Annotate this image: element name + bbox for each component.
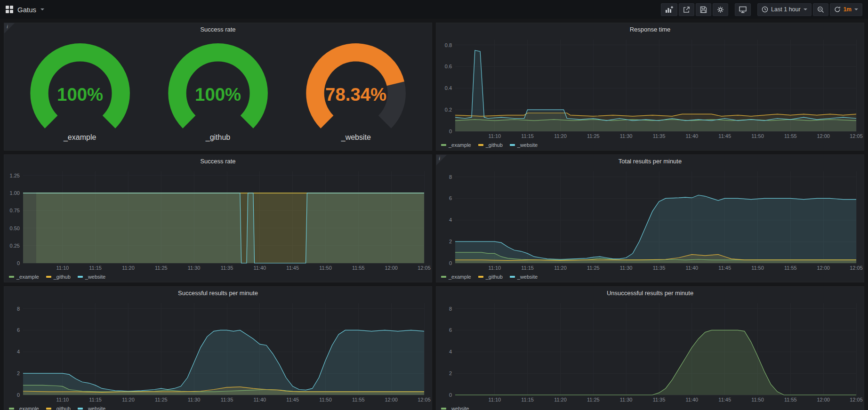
share-icon bbox=[683, 6, 690, 13]
legend-label: _website bbox=[85, 274, 105, 280]
chart-svg: 11:1011:1511:2011:2511:3011:3511:4011:45… bbox=[436, 35, 864, 141]
legend-swatch-icon bbox=[441, 408, 446, 410]
svg-text:11:50: 11:50 bbox=[751, 265, 764, 271]
legend-item[interactable]: _example bbox=[9, 274, 39, 280]
svg-text:100%: 100% bbox=[195, 84, 241, 104]
dashboard-title[interactable]: Gatus bbox=[17, 6, 36, 14]
legend-label: _github bbox=[54, 406, 71, 410]
panel-info-corner-icon[interactable] bbox=[436, 155, 447, 165]
svg-text:11:55: 11:55 bbox=[352, 265, 365, 271]
chart-success-rate[interactable]: 11:1011:1511:2011:2511:3011:3511:4011:45… bbox=[4, 167, 432, 273]
legend-label: _github bbox=[486, 142, 503, 148]
panel-title[interactable]: Unsuccessful results per minute bbox=[436, 287, 864, 299]
svg-text:0.4: 0.4 bbox=[445, 85, 452, 91]
gauge-arc: 78.34% bbox=[292, 40, 420, 133]
legend-item[interactable]: _website bbox=[510, 142, 538, 148]
panel-unsuccessful-results: Unsuccessful results per minute 11:1011:… bbox=[436, 286, 864, 410]
cycle-view-mode-button[interactable] bbox=[735, 3, 751, 16]
chart-unsuccessful-results[interactable]: 11:1011:1511:2011:2511:3011:3511:4011:45… bbox=[436, 299, 864, 404]
svg-text:11:35: 11:35 bbox=[653, 133, 666, 139]
legend-item[interactable]: _example bbox=[441, 274, 471, 280]
chart-total-results[interactable]: 11:1011:1511:2011:2511:3011:3511:4011:45… bbox=[436, 167, 864, 273]
svg-text:11:55: 11:55 bbox=[784, 133, 797, 139]
svg-text:11:35: 11:35 bbox=[653, 265, 666, 271]
svg-text:11:20: 11:20 bbox=[554, 397, 567, 402]
legend-label: _example bbox=[16, 406, 39, 410]
gauge-arc: 100% bbox=[16, 40, 144, 133]
refresh-picker[interactable]: 1m bbox=[830, 3, 862, 16]
gauge-row: 100% _example 100% _github 78.34% _websi… bbox=[4, 35, 432, 150]
add-panel-icon bbox=[665, 6, 673, 13]
svg-text:11:40: 11:40 bbox=[253, 397, 266, 402]
chevron-down-icon bbox=[804, 8, 807, 10]
chart-response-time[interactable]: 11:1011:1511:2011:2511:3011:3511:4011:45… bbox=[436, 35, 864, 141]
chevron-down-icon[interactable] bbox=[40, 8, 44, 10]
panel-title[interactable]: Response time bbox=[436, 23, 864, 35]
navbar-brand-group: Gatus bbox=[6, 6, 44, 14]
legend-item[interactable]: _github bbox=[46, 406, 71, 410]
svg-text:2: 2 bbox=[17, 370, 20, 376]
svg-text:11:45: 11:45 bbox=[718, 397, 731, 402]
legend-item[interactable]: _website bbox=[441, 406, 469, 410]
chart-legend: _example_github_website bbox=[436, 273, 864, 282]
svg-text:4: 4 bbox=[449, 217, 452, 223]
svg-text:8: 8 bbox=[17, 306, 20, 312]
monitor-icon bbox=[739, 6, 747, 13]
add-panel-button[interactable] bbox=[661, 3, 677, 16]
legend-label: _website bbox=[449, 406, 469, 410]
chevron-down-icon bbox=[854, 8, 858, 10]
share-dashboard-button[interactable] bbox=[679, 3, 694, 16]
svg-text:0.75: 0.75 bbox=[10, 208, 20, 213]
chart-legend: _website bbox=[436, 404, 864, 410]
svg-text:11:45: 11:45 bbox=[718, 133, 731, 139]
svg-text:11:25: 11:25 bbox=[587, 265, 600, 271]
save-icon bbox=[700, 6, 707, 13]
legend-item[interactable]: _example bbox=[9, 406, 39, 410]
svg-text:8: 8 bbox=[449, 306, 452, 312]
svg-text:11:20: 11:20 bbox=[122, 265, 135, 271]
svg-text:11:45: 11:45 bbox=[286, 397, 299, 402]
svg-text:11:50: 11:50 bbox=[751, 397, 764, 402]
svg-text:11:20: 11:20 bbox=[122, 397, 135, 402]
panel-title[interactable]: Success rate bbox=[4, 23, 432, 35]
time-range-label: Last 1 hour bbox=[771, 6, 801, 13]
legend-item[interactable]: _github bbox=[478, 274, 503, 280]
panel-info-corner-icon[interactable] bbox=[4, 23, 15, 33]
panel-title[interactable]: Successful results per minute bbox=[4, 287, 432, 299]
zoom-out-button[interactable] bbox=[813, 3, 828, 16]
dashboard-settings-button[interactable] bbox=[713, 3, 728, 16]
gauge-arc: 100% bbox=[154, 40, 282, 133]
legend-item[interactable]: _website bbox=[78, 274, 105, 280]
dashboard-grid: i Success rate 100% _example 100% _githu… bbox=[0, 19, 868, 410]
svg-text:11:25: 11:25 bbox=[155, 397, 168, 402]
legend-item[interactable]: _website bbox=[510, 274, 538, 280]
svg-text:11:10: 11:10 bbox=[56, 397, 69, 402]
chart-successful-results[interactable]: 11:1011:1511:2011:2511:3011:3511:4011:45… bbox=[4, 299, 432, 404]
svg-text:11:15: 11:15 bbox=[521, 397, 534, 402]
legend-swatch-icon bbox=[441, 144, 446, 146]
legend-swatch-icon bbox=[441, 276, 446, 278]
time-range-picker[interactable]: Last 1 hour bbox=[757, 3, 812, 16]
svg-text:11:40: 11:40 bbox=[253, 265, 266, 271]
legend-item[interactable]: _example bbox=[441, 142, 471, 148]
svg-text:0: 0 bbox=[17, 260, 20, 266]
navbar: Gatus Last 1 hour 1m bbox=[0, 0, 868, 19]
panel-title[interactable]: Total results per minute bbox=[436, 155, 864, 167]
legend-label: _example bbox=[16, 274, 39, 280]
svg-text:0: 0 bbox=[449, 129, 452, 134]
legend-item[interactable]: _github bbox=[46, 274, 71, 280]
svg-text:11:25: 11:25 bbox=[587, 133, 600, 139]
svg-text:12:05: 12:05 bbox=[850, 133, 863, 139]
legend-swatch-icon bbox=[78, 276, 83, 278]
legend-swatch-icon bbox=[46, 408, 51, 410]
legend-item[interactable]: _website bbox=[78, 406, 105, 410]
dashboards-grid-icon[interactable] bbox=[6, 6, 13, 13]
svg-text:12:00: 12:00 bbox=[817, 397, 830, 402]
legend-item[interactable]: _github bbox=[478, 142, 503, 148]
svg-text:12:00: 12:00 bbox=[385, 397, 398, 402]
panel-title[interactable]: Success rate bbox=[4, 155, 432, 167]
svg-text:12:00: 12:00 bbox=[817, 133, 830, 139]
svg-text:11:55: 11:55 bbox=[784, 397, 797, 402]
legend-label: _website bbox=[517, 274, 538, 280]
save-dashboard-button[interactable] bbox=[696, 3, 711, 16]
